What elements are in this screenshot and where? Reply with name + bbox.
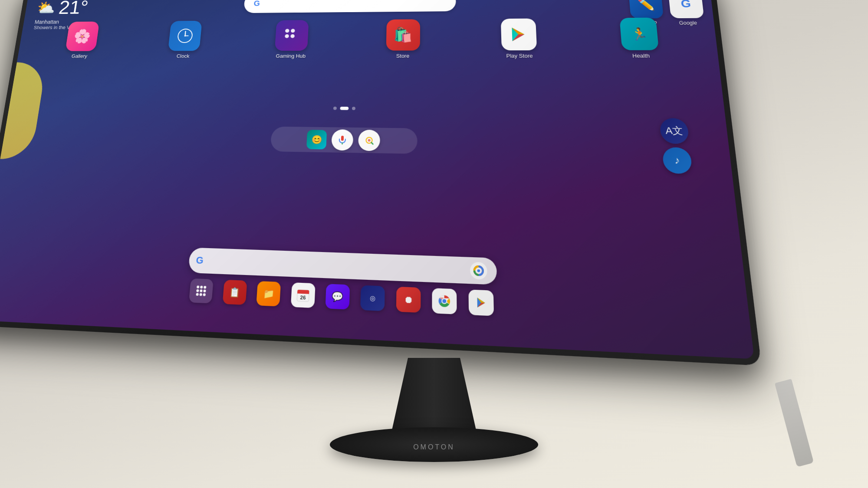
gallery-icon: 🌸 — [65, 22, 99, 51]
health-icon: 🏃 — [620, 18, 659, 50]
recorder-dock-icon[interactable]: ⏺ — [396, 287, 421, 313]
indicator-3 — [352, 107, 355, 110]
svg-line-16 — [371, 142, 373, 144]
tablet-device: ▐▐▐ ▮▮▮ G ⛅ 21° Manhattan Showers in the… — [0, 0, 762, 366]
app-item-gallery[interactable]: 🌸 Gallery — [62, 22, 101, 59]
gallery-label: Gallery — [71, 53, 88, 59]
svg-point-29 — [196, 293, 199, 296]
microphone-button[interactable] — [331, 129, 353, 151]
svg-point-30 — [200, 293, 203, 296]
playstore-label: Play Store — [506, 53, 533, 59]
svg-rect-12 — [341, 136, 344, 141]
playstore-icon — [501, 18, 537, 50]
clock-label: Clock — [176, 53, 190, 59]
svg-point-5 — [291, 29, 295, 33]
gaming-label: Gaming Hub — [276, 53, 306, 59]
app-item-gaming[interactable]: Gaming Hub — [272, 20, 311, 59]
app-row-1: 🌸 Gallery Clock — [29, 17, 704, 59]
weather-temp: ⛅ 21° — [36, 0, 90, 18]
all-apps-button[interactable] — [189, 278, 214, 304]
top-search-bar[interactable]: G — [243, 0, 456, 13]
bottom-dock: G — [185, 248, 498, 316]
svg-text:26: 26 — [300, 295, 306, 301]
svg-point-23 — [197, 285, 200, 288]
gaming-icon — [275, 20, 309, 51]
playstore-dock-icon[interactable] — [468, 289, 494, 316]
app-item-clock[interactable]: Clock — [165, 21, 204, 59]
page-indicators — [333, 107, 355, 110]
store-label: Store — [396, 53, 410, 59]
stand-brand-label: OMOTON — [413, 443, 455, 451]
svg-point-28 — [203, 289, 206, 292]
svg-point-15 — [368, 139, 371, 141]
lens-button[interactable] — [358, 130, 380, 151]
dock-search-bar[interactable]: G — [188, 248, 497, 285]
app-grid: 🌸 Gallery Clock — [16, 17, 720, 72]
svg-point-4 — [285, 29, 289, 33]
calendar-dock-icon[interactable]: 26 — [290, 282, 315, 308]
indicator-1 — [333, 107, 337, 110]
dock-google-letter: G — [196, 255, 204, 267]
tablet-screen: ▐▐▐ ▮▮▮ G ⛅ 21° Manhattan Showers in the… — [0, 0, 754, 359]
google-icon: G — [668, 0, 704, 18]
files-dock-icon[interactable]: 📁 — [256, 281, 281, 307]
yellow-decoration — [0, 62, 46, 160]
penup-icon: ✏️ — [628, 0, 664, 19]
dock-app-row: 📋 📁 26 💬 ◎ — [185, 278, 498, 316]
music-icon[interactable]: ♪ — [662, 147, 693, 174]
google-logo: G — [250, 0, 263, 9]
bixby-capsule[interactable]: 😊 — [270, 127, 418, 154]
stylus-pen — [775, 379, 814, 467]
svg-point-3 — [184, 35, 186, 36]
translate-icon[interactable]: A文 — [659, 118, 690, 144]
svg-point-24 — [200, 286, 203, 289]
clock-icon — [168, 21, 202, 51]
svg-point-26 — [196, 289, 199, 292]
svg-point-25 — [204, 286, 207, 289]
svg-point-6 — [285, 34, 289, 38]
chrome-mini-icon — [470, 262, 487, 280]
dock-search-field[interactable] — [208, 261, 466, 270]
app-item-playstore[interactable]: Play Store — [499, 18, 539, 59]
stand-neck — [391, 358, 477, 436]
app-item-health[interactable]: 🏃 Health — [618, 17, 662, 59]
health-label: Health — [632, 52, 650, 59]
messages-dock-icon[interactable]: 💬 — [325, 284, 350, 309]
notes-dock-icon[interactable]: 📋 — [222, 280, 247, 305]
app-item-store[interactable]: 🛍️ Store — [384, 19, 422, 59]
bixby-dock-icon[interactable]: ◎ — [361, 285, 385, 311]
chrome-dock-icon[interactable] — [432, 288, 457, 314]
svg-point-31 — [203, 293, 206, 296]
bixby-app-icon: 😊 — [306, 130, 327, 149]
svg-point-27 — [200, 289, 203, 292]
store-icon: 🛍️ — [386, 19, 420, 50]
scene: ▐▐▐ ▮▮▮ G ⛅ 21° Manhattan Showers in the… — [0, 0, 868, 488]
svg-point-7 — [290, 34, 295, 38]
floating-icons: A文 ♪ — [659, 118, 693, 174]
weather-icon: ⛅ — [36, 0, 56, 16]
indicator-2 — [340, 107, 349, 110]
